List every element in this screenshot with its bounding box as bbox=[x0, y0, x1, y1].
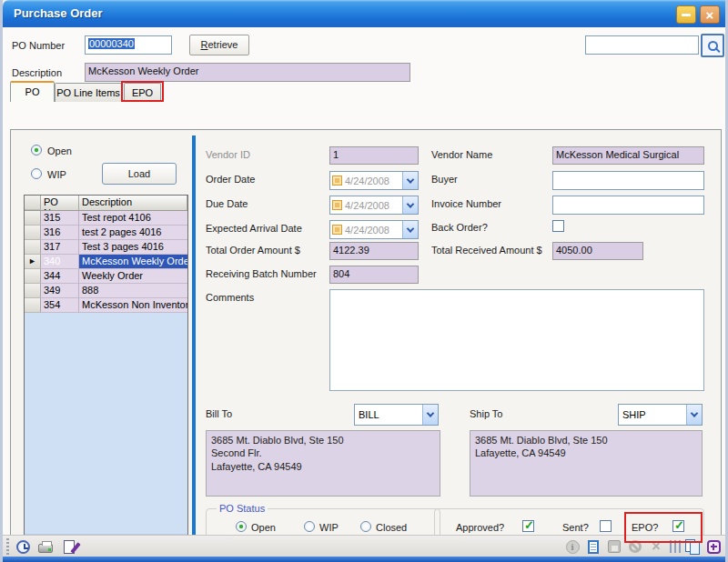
save-icon bbox=[608, 540, 621, 553]
grid-row-selected[interactable]: ► 340 McKesson Weekly Order bbox=[25, 255, 187, 269]
minimize-icon bbox=[682, 14, 691, 16]
total-order-amount-field: 4122.39 bbox=[329, 242, 419, 260]
tab-po-line-items[interactable]: PO Line Items bbox=[55, 83, 122, 102]
bill-to-combo-value: BILL bbox=[355, 409, 422, 420]
row-selector[interactable] bbox=[25, 298, 41, 313]
edit-document-button[interactable] bbox=[61, 538, 77, 555]
grid-row[interactable]: 316 test 2 pages 4016 bbox=[25, 226, 187, 240]
tab-po[interactable]: PO bbox=[10, 81, 55, 102]
copy-button[interactable] bbox=[684, 538, 701, 555]
wip-radio-label: WIP bbox=[47, 169, 66, 180]
row-selector[interactable] bbox=[25, 211, 41, 226]
row-selector[interactable] bbox=[25, 284, 41, 298]
search-button[interactable] bbox=[701, 34, 724, 57]
epo-checkbox[interactable] bbox=[672, 520, 684, 532]
toolbar-separator bbox=[670, 540, 672, 553]
cell-po[interactable]: 349 bbox=[41, 284, 79, 298]
po-number-label: PO Number bbox=[12, 40, 65, 51]
cell-po[interactable]: 315 bbox=[41, 211, 79, 226]
close-button[interactable]: × bbox=[700, 5, 720, 24]
cell-description[interactable]: Test 3 pages 4016 bbox=[79, 240, 187, 255]
save-button[interactable] bbox=[606, 538, 622, 555]
approved-checkbox[interactable] bbox=[522, 520, 534, 532]
order-date-picker[interactable]: 4/24/2008 bbox=[329, 171, 419, 190]
chevron-down-icon bbox=[407, 176, 414, 183]
window-bottom-border bbox=[3, 557, 728, 562]
info-button[interactable]: i bbox=[564, 538, 581, 555]
back-order-checkbox[interactable] bbox=[552, 220, 564, 232]
history-clock-button[interactable] bbox=[15, 538, 31, 555]
cell-po[interactable]: 317 bbox=[41, 240, 79, 255]
cell-po[interactable]: 340 bbox=[41, 255, 79, 269]
ship-to-combo-arrow[interactable] bbox=[686, 405, 702, 425]
row-selector[interactable] bbox=[25, 226, 41, 240]
date-checkbox-icon[interactable] bbox=[332, 176, 342, 186]
description-field: McKesson Weekly Order bbox=[85, 63, 410, 82]
delete-button[interactable]: × bbox=[648, 538, 664, 555]
buyer-input[interactable] bbox=[552, 171, 704, 190]
load-button[interactable]: Load bbox=[102, 163, 177, 185]
cell-description[interactable]: Weekly Order bbox=[79, 269, 187, 284]
grid-row[interactable]: 315 Test repot 4106 bbox=[25, 211, 187, 226]
print-button[interactable] bbox=[37, 538, 54, 555]
toolbar-grip[interactable] bbox=[6, 538, 9, 555]
info-icon: i bbox=[566, 540, 580, 554]
cell-po[interactable]: 354 bbox=[41, 298, 79, 313]
due-date-dropdown[interactable] bbox=[402, 196, 418, 214]
due-date-label: Due Date bbox=[206, 198, 248, 209]
date-checkbox-icon[interactable] bbox=[332, 225, 342, 235]
comments-textarea[interactable] bbox=[329, 289, 704, 391]
invoice-number-input[interactable] bbox=[552, 196, 704, 215]
cell-description[interactable]: McKesson Weekly Order bbox=[79, 255, 187, 269]
date-checkbox-icon[interactable] bbox=[332, 200, 342, 210]
search-input[interactable] bbox=[585, 35, 699, 55]
status-wip-radio[interactable] bbox=[304, 521, 315, 532]
status-open-radio[interactable] bbox=[236, 521, 247, 532]
expected-arrival-dropdown[interactable] bbox=[402, 221, 418, 238]
cell-description[interactable]: test 2 pages 4016 bbox=[79, 226, 187, 240]
cell-description[interactable]: Test repot 4106 bbox=[79, 211, 187, 226]
add-button[interactable] bbox=[705, 538, 722, 555]
expected-arrival-picker[interactable]: 4/24/2008 bbox=[329, 220, 419, 239]
row-selector[interactable] bbox=[25, 269, 41, 284]
delete-x-icon: × bbox=[652, 540, 660, 553]
bill-to-combo-arrow[interactable] bbox=[422, 405, 438, 425]
total-order-amount-label: Total Order Amount $ bbox=[206, 245, 300, 256]
ship-to-combo[interactable]: SHIP bbox=[618, 404, 703, 426]
panel-separator bbox=[192, 135, 196, 550]
wip-radio[interactable] bbox=[31, 168, 42, 179]
due-date-picker[interactable]: 4/24/2008 bbox=[329, 196, 419, 215]
open-radio[interactable] bbox=[31, 145, 42, 156]
po-number-input[interactable]: 00000340 bbox=[85, 35, 172, 55]
grid-corner-cell bbox=[25, 196, 41, 210]
vendor-id-label: Vendor ID bbox=[206, 149, 250, 160]
grid-row[interactable]: 349 888 bbox=[25, 284, 187, 298]
chevron-down-icon bbox=[407, 200, 414, 207]
bill-to-combo[interactable]: BILL bbox=[354, 404, 439, 426]
new-document-button[interactable] bbox=[585, 538, 602, 555]
cancel-button[interactable] bbox=[627, 538, 643, 555]
grid-col-po: PO No. bbox=[41, 196, 79, 210]
cell-description[interactable]: 888 bbox=[79, 284, 187, 298]
expected-arrival-value: 4/24/2008 bbox=[345, 225, 402, 236]
grid-row[interactable]: 354 McKesson Non Inventory bbox=[25, 298, 187, 313]
order-date-dropdown[interactable] bbox=[402, 172, 418, 189]
sent-checkbox[interactable] bbox=[600, 520, 612, 532]
add-plus-icon bbox=[707, 540, 721, 554]
grid-row[interactable]: 317 Test 3 pages 4016 bbox=[25, 240, 187, 255]
row-selector[interactable]: ► bbox=[25, 255, 41, 269]
row-selector[interactable] bbox=[25, 240, 41, 255]
grid-row[interactable]: 344 Weekly Order bbox=[25, 269, 187, 284]
po-status-group-label: PO Status bbox=[217, 503, 268, 514]
cell-description[interactable]: McKesson Non Inventory bbox=[79, 298, 187, 313]
sent-label: Sent? bbox=[562, 522, 589, 533]
status-closed-label: Closed bbox=[376, 522, 407, 533]
title-bar: Purchase Order × bbox=[3, 0, 728, 27]
tab-epo[interactable]: EPO bbox=[124, 83, 161, 102]
status-closed-radio[interactable] bbox=[360, 521, 371, 532]
cell-po[interactable]: 316 bbox=[41, 226, 79, 240]
retrieve-button[interactable]: Retrieve bbox=[189, 35, 249, 55]
po-tab-page: Open WIP Load PO No. Description 315 Tes… bbox=[10, 129, 722, 555]
cell-po[interactable]: 344 bbox=[41, 269, 79, 284]
minimize-button[interactable] bbox=[676, 5, 696, 24]
